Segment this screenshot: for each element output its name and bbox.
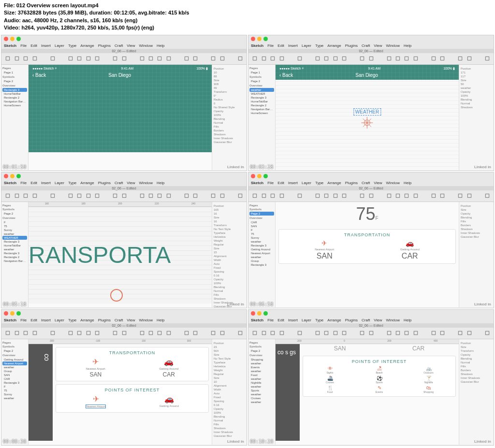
tool-Mask[interactable] [359,329,365,337]
tool-Rotate[interactable] [332,329,338,337]
inspector-field[interactable]: Inner Shadows [461,376,492,379]
poi-nightlife[interactable]: 🍸Nightlife [405,376,452,384]
tool-Union[interactable] [385,54,392,63]
inspector-panel[interactable]: Position16516Size16TransformNo Text Styl… [212,202,247,307]
tool-Ungroup[interactable] [269,54,276,63]
menu-edit[interactable]: Edit [30,318,37,322]
tool-Mask[interactable] [112,329,118,337]
layer-item[interactable]: Getting Around [249,247,274,251]
inspector-field[interactable]: Gaussian Blur [461,380,492,383]
maximize-icon[interactable] [16,311,21,316]
inspector-field[interactable]: Spacing [214,400,245,403]
tool-Difference[interactable] [165,54,172,63]
canvas[interactable]: 160180200220240 RANSPORTA [29,202,212,307]
tool-Mirror[interactable] [210,329,217,337]
inspector-field[interactable]: Gaussian Blur [461,235,492,238]
menu-view[interactable]: View [374,43,382,48]
close-icon[interactable] [251,311,255,316]
layer-item[interactable]: Rectangle 3 [2,88,27,92]
tool-Difference[interactable] [165,191,172,200]
menu-plugins[interactable]: Plugins [98,43,111,48]
menu-file[interactable]: File [267,181,274,185]
menu-file[interactable]: File [20,318,27,322]
tool-Union[interactable] [138,54,145,63]
inspector-field[interactable]: Blending [461,357,492,360]
inspector-field[interactable]: Regular [214,243,245,246]
layer-item[interactable]: Sports [249,389,274,392]
menu-edit[interactable]: Edit [277,43,284,48]
layer-item[interactable]: 75 [2,224,27,228]
layer-item[interactable]: Navigation Bar… [249,107,274,111]
inspector-field[interactable]: Borders [461,224,492,227]
menu-type[interactable]: Type [315,318,323,322]
poi-events[interactable]: ✎Events [355,385,403,393]
tool-Transform[interactable] [323,329,330,337]
tool-Subtract[interactable] [394,191,401,200]
layer-item[interactable]: Nearest Airport [2,361,27,365]
tool-Export[interactable] [237,54,244,63]
tool-Intersect[interactable] [403,191,410,200]
tool-Forward[interactable] [183,191,190,200]
tool-Difference[interactable] [165,329,172,337]
layer-item[interactable]: HomeTabBar [2,92,27,96]
tool-Backward[interactable] [439,54,446,63]
menu-sketch[interactable]: Sketch [251,43,263,48]
inspector-field[interactable]: Fills [461,220,492,223]
back-button[interactable]: ‹ Back [279,72,293,78]
tool-Rotate[interactable] [332,191,338,200]
inspector-field[interactable]: Spacing [214,270,245,273]
tool-Mirror[interactable] [457,329,464,337]
menu-craft[interactable]: Craft [362,318,370,322]
inspector-field[interactable]: Position [214,67,245,70]
menu-help[interactable]: Help [404,318,411,322]
layer-item[interactable]: weather [249,369,274,373]
menu-type[interactable]: Type [68,43,76,48]
tool-Cloud[interactable] [219,329,226,337]
layer-item[interactable]: CAR [249,220,274,224]
menu-insert[interactable]: Insert [288,181,298,185]
tool-Mask[interactable] [112,54,118,63]
menu-window[interactable]: Window [386,43,400,48]
layer-item[interactable]: CAR [2,377,27,381]
inspector-field[interactable]: Blending [214,286,245,289]
tool-Export[interactable] [237,329,244,337]
layer-item[interactable]: WEATHER [2,236,27,240]
layer-item[interactable]: weather [249,392,274,396]
back-button[interactable]: ‹ Back [32,72,46,78]
tool-Cloud[interactable] [466,54,473,63]
menu-help[interactable]: Help [404,43,411,48]
inspector-field[interactable]: 117 [461,75,492,78]
layer-item[interactable]: Pages [2,341,27,344]
toolbar[interactable] [248,190,494,202]
tool-Mask[interactable] [359,191,365,200]
layer-item[interactable]: Events [249,365,274,369]
inspector-field[interactable]: 308 [214,83,245,86]
layer-item[interactable]: WEATHER [249,92,274,96]
tool-Zoom[interactable] [49,191,56,200]
tool-Intersect[interactable] [156,329,163,337]
inspector-field[interactable]: Borders [214,129,245,132]
inspector-field[interactable]: Fills [461,365,492,368]
tool-Subtract[interactable] [147,329,154,337]
menubar[interactable]: SketchFileEditInsertLayerTypeArrangePlug… [248,43,494,49]
tool-Forward[interactable] [430,191,437,200]
inspector-field[interactable]: No Shared Style [214,106,245,109]
canvas[interactable]: ●●●●● Sketch ᯤ9:41 AM100% ▮ ‹ BackSan Di… [29,65,212,170]
layer-item[interactable]: Getting Around [2,358,27,361]
inspector-field[interactable]: 16 [214,212,245,215]
inspector-field[interactable]: Width [214,259,245,261]
inspector-field[interactable]: Weight [214,369,245,372]
inspector-field[interactable]: Fixed [214,396,245,399]
tool-Subtract[interactable] [147,54,154,63]
canvas[interactable]: ●●●●● Sketch ᯤ9:41 AM100% ▮ ‹ BackSan Di… [276,65,459,170]
menu-file[interactable]: File [267,43,274,48]
tool-Rotate[interactable] [332,54,338,63]
inspector-field[interactable]: 10 [214,71,245,74]
tool-Group[interactable] [13,54,20,63]
menu-layer[interactable]: Layer [55,181,64,185]
inspector-field[interactable]: Size [461,208,492,211]
layers-panel[interactable]: PagesSymbolsPage 2OverviewCARSANF75Sunny… [248,202,276,307]
tool-Rotate[interactable] [85,54,91,63]
poi-food[interactable]: 🍴Food [306,385,354,393]
inspector-field[interactable]: Position [461,204,492,207]
